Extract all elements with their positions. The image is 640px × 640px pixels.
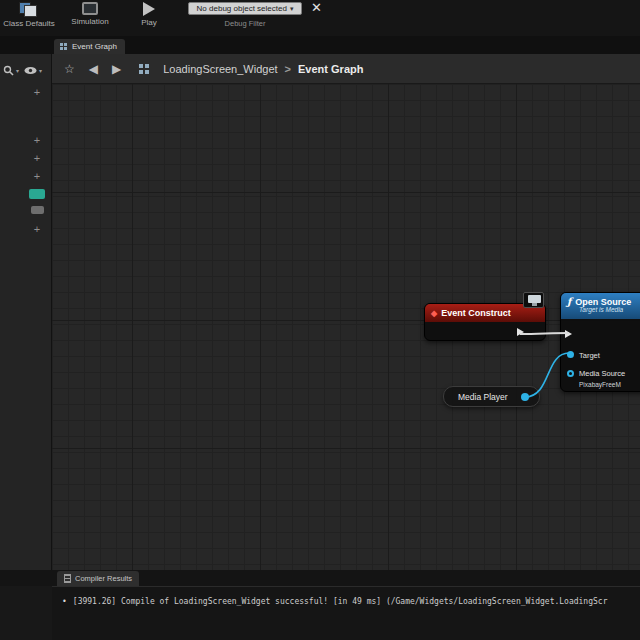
graph-editor: ☆ ◀ ▶ LoadingScreen_Widget > Event Graph…: [52, 54, 640, 570]
log-bullet-icon: •: [62, 597, 67, 606]
chevron-down-icon: ▾: [290, 3, 294, 14]
variable-type-secondary-icon[interactable]: [31, 206, 44, 214]
debug-object-dropdown-value: No debug object selected: [197, 3, 287, 14]
open-source-header: ƒ Open Source Target is Media: [561, 293, 640, 319]
class-defaults-button[interactable]: Class Defaults: [2, 2, 56, 28]
breadcrumb-separator: >: [285, 63, 291, 75]
function-icon: ƒ: [567, 296, 571, 307]
debug-filter-label: Debug Filter: [188, 19, 302, 28]
play-label: Play: [141, 18, 157, 27]
add-graph-button[interactable]: +: [30, 86, 44, 99]
open-source-exec-in-pin[interactable]: [565, 330, 572, 338]
add-variable-button[interactable]: +: [30, 170, 44, 183]
graph-toolbar: ☆ ◀ ▶ LoadingScreen_Widget > Event Graph: [52, 54, 640, 84]
variable-type-icon[interactable]: [29, 189, 45, 199]
event-construct-title: Event Construct: [441, 308, 511, 318]
media-source-pin[interactable]: [567, 370, 574, 377]
graph-canvas[interactable]: ◆ Event Construct ƒ Open Source Target i…: [52, 84, 640, 570]
close-icon[interactable]: ✕: [311, 0, 322, 15]
my-blueprint-panel: ▾ ▾ + + + + +: [0, 54, 52, 570]
breadcrumb-root[interactable]: LoadingScreen_Widget: [163, 63, 277, 75]
add-event-dispatcher-button[interactable]: +: [30, 223, 44, 236]
media-player-output-pin[interactable]: [521, 393, 529, 401]
media-source-pin-label: Media Source: [579, 369, 625, 378]
widget-monitor-icon: [523, 292, 544, 308]
simulation-label: Simulation: [71, 17, 108, 26]
simulation-button[interactable]: Simulation: [62, 2, 118, 26]
open-source-title: Open Source: [575, 297, 631, 307]
compiler-log: •[3991.26] Compile of LoadingScreen_Widg…: [52, 586, 640, 640]
add-function-button[interactable]: +: [30, 134, 44, 147]
node-event-construct[interactable]: ◆ Event Construct: [424, 303, 546, 341]
target-pin[interactable]: [567, 351, 574, 358]
simulation-icon: [82, 2, 98, 15]
breadcrumb-current: Event Graph: [298, 63, 363, 75]
search-caret-icon: ▾: [16, 67, 19, 74]
media-player-title: Media Player: [458, 392, 508, 402]
nav-back-icon[interactable]: ◀: [89, 62, 98, 76]
visibility-eye-icon[interactable]: [24, 66, 37, 75]
class-defaults-icon: [19, 2, 39, 17]
log-line: [3991.26] Compile of LoadingScreen_Widge…: [73, 597, 608, 606]
document-tab-bar: Event Graph: [0, 36, 640, 54]
play-button[interactable]: Play: [128, 2, 170, 27]
nav-forward-icon[interactable]: ▶: [112, 62, 121, 76]
compiler-results-icon: [64, 574, 71, 583]
wire-layer: [52, 84, 640, 570]
play-icon: [143, 2, 155, 16]
visibility-caret-icon: ▾: [39, 67, 42, 74]
event-diamond-icon: ◆: [431, 309, 437, 318]
search-icon[interactable]: [3, 65, 14, 76]
media-source-value[interactable]: PixabayFreeM: [579, 381, 621, 388]
compiler-tab-row: Compiler Results: [0, 570, 640, 586]
graph-grid-icon: [139, 64, 149, 74]
tab-compiler-results[interactable]: Compiler Results: [57, 571, 139, 586]
debug-object-dropdown[interactable]: No debug object selected ▾: [188, 2, 302, 15]
node-open-source[interactable]: ƒ Open Source Target is Media Target Med…: [560, 292, 640, 392]
graph-tab-icon: [60, 43, 68, 51]
target-pin-label: Target: [579, 351, 600, 360]
event-construct-exec-out-pin[interactable]: [517, 328, 524, 336]
add-macro-button[interactable]: +: [30, 152, 44, 165]
compiler-results-panel: Compiler Results •[3991.26] Compile of L…: [0, 570, 640, 640]
top-toolbar: Class Defaults Simulation Play No debug …: [0, 0, 640, 36]
tab-event-graph-label: Event Graph: [72, 42, 117, 51]
class-defaults-label: Class Defaults: [3, 19, 55, 28]
compiler-results-label: Compiler Results: [75, 574, 132, 583]
node-media-player[interactable]: Media Player: [443, 386, 540, 407]
open-source-subtitle: Target is Media: [579, 306, 623, 313]
favorite-star-icon[interactable]: ☆: [64, 62, 75, 76]
tab-event-graph[interactable]: Event Graph: [54, 39, 125, 54]
